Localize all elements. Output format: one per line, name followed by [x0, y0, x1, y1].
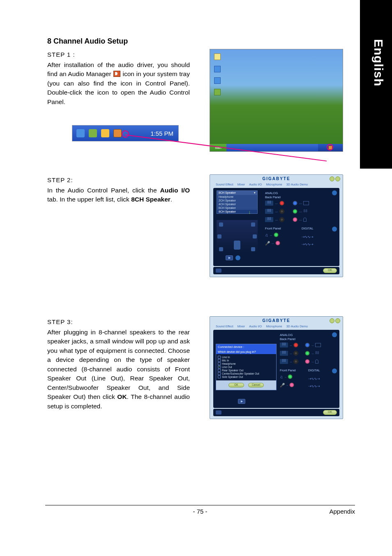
digital-in-row: ⇢∿∿⇢ — [302, 242, 337, 246]
callout-origin-circle — [122, 130, 129, 138]
dialog-question: Which device did you plug in? — [216, 350, 276, 354]
front-panel-row-2: 🎤-- — [280, 382, 296, 388]
option-mic-in: Mic In — [218, 359, 274, 362]
dropdown-opt-8ch: 8CH Speaker — [217, 210, 257, 213]
back-panel-row-3: 88--- --- — [280, 359, 337, 364]
digital-label: DIGITAL — [308, 368, 320, 373]
speaker-side-left-icon — [217, 234, 221, 239]
desktop-icon-mycomputer — [214, 53, 221, 60]
level-indicator: 88 — [265, 217, 273, 222]
level-indicator: 88 — [280, 343, 288, 348]
dialog-ok-button: OK — [228, 383, 244, 387]
jack-red-icon — [279, 201, 284, 206]
spdif-out-icon: ⇢∿∿⇢ — [308, 377, 320, 381]
digital-out-row: ⇢∿∿⇢ — [302, 235, 337, 239]
step3-body: After plugging in 8-channel speakers to … — [47, 328, 190, 411]
front-panel-label: Front Panel — [265, 227, 281, 230]
page-content: 8 Channel Audio Setup STEP 1 : After ins… — [47, 37, 343, 419]
digital-section: DIGITAL ⇢∿∿⇢ ⇢∿∿⇢ — [308, 368, 337, 390]
audio-panel-body: Connected device : Which device did you … — [213, 330, 339, 408]
back-panel-label: Back Panel — [265, 195, 337, 199]
audio-panel-tabs: Sound Effect Mixer Audio I/O Microphone … — [210, 182, 343, 188]
jack-black-icon — [279, 209, 284, 214]
speaker-rear-right-icon — [251, 247, 255, 251]
tab-3d-audio: 3D Audio Demo — [286, 324, 308, 328]
tray-antivirus-icon — [89, 129, 97, 137]
jack-grey-icon — [293, 359, 298, 364]
front-panel-row-1: ♫--- — [265, 232, 281, 238]
step1-row: STEP 1 : After installation of the audio… — [47, 49, 343, 152]
tab-audio-io: Audio I/O — [249, 183, 262, 186]
preview-controls — [226, 255, 240, 260]
close-icon — [335, 318, 340, 323]
step2-body: In the Audio Control Panel, click the Au… — [47, 186, 190, 204]
back-panel-row-2: 88---- ----88 — [265, 208, 337, 214]
option-label: Line Out — [222, 366, 232, 368]
play-button-icon — [238, 399, 245, 404]
jack-blue-icon — [293, 201, 297, 206]
speaker-config-dropdown: 8CH Speaker ▾ Headphone 2CH Speaker 4CH … — [217, 190, 258, 214]
jack-pink-icon — [293, 217, 297, 222]
audio-panel-body: 8CH Speaker ▾ Headphone 2CH Speaker 4CH … — [213, 188, 339, 266]
back-panel-row-2: 88--- ---88 — [280, 350, 337, 356]
level-indicator: 88 — [265, 201, 273, 206]
step2-t3: . — [171, 196, 172, 203]
callout-target-circle — [327, 144, 333, 151]
analog-label: ANALOG — [280, 333, 293, 337]
option-label: Center/Subwoofer Speaker Out — [222, 372, 259, 375]
step2-row: STEP 2: In the Audio Control Panel, clic… — [47, 174, 343, 277]
audio-panel-bottom-bar: OK — [213, 267, 339, 274]
minimize-icon — [330, 176, 334, 181]
tray-audio-manager-icon — [113, 129, 122, 137]
page-footer: - 75 - Appendix — [45, 505, 355, 515]
tab-mixer: Mixer — [238, 183, 245, 186]
tray-clock: 1:55 PM — [150, 130, 173, 137]
speaker-layout-diagram — [217, 220, 258, 253]
front-panel-section: Front Panel ♫--- 🎤--- — [265, 227, 281, 248]
tray-network-icon — [76, 129, 85, 137]
play-button-icon — [226, 255, 233, 260]
step3-row: STEP 3: After plugging in 8-channel spea… — [47, 316, 343, 419]
callout-arrow-icon: ↓ — [248, 209, 251, 215]
back-panel-row-1: 88---- ---- — [265, 200, 337, 206]
tray-display-icon — [101, 129, 109, 137]
digital-out-row: ⇢∿∿⇢ — [308, 377, 337, 381]
analog-settings-icon — [332, 332, 337, 337]
speaker-shape-icon: 88 — [315, 351, 321, 355]
page-title: 8 Channel Audio Setup — [47, 37, 343, 46]
dropdown-selected-text: 8CH Speaker — [219, 191, 236, 195]
jack-grey-icon — [279, 217, 284, 222]
section-name: Appendix — [329, 508, 355, 515]
front-panel-label: Front Panel — [280, 368, 296, 372]
speaker-rear-left-icon — [219, 247, 223, 251]
close-icon — [335, 176, 340, 181]
language-label: English — [371, 39, 385, 86]
fp-jack-green-icon — [274, 232, 279, 237]
taskbar: start — [210, 144, 343, 151]
fp-jack-green-icon — [288, 374, 293, 379]
desktop-icon-network — [214, 77, 221, 84]
tab-sound-effect: Sound Effect — [216, 183, 233, 186]
dialog-cancel-button: Cancel — [248, 383, 264, 387]
checkbox-icon — [218, 375, 221, 378]
jack-green-icon — [305, 351, 310, 356]
option-label: Mic In — [222, 359, 229, 362]
audio-panel-screenshot-step2: GIGABYTE Sound Effect Mixer Audio I/O Mi… — [210, 174, 343, 277]
step2-label: STEP 2: — [47, 176, 190, 183]
mic-shape-icon — [315, 359, 318, 364]
audio-panel-tabs: Sound Effect Mixer Audio I/O Microphone … — [210, 324, 343, 330]
option-side-speaker: Side Speaker Out — [218, 375, 274, 378]
minimize-icon — [330, 318, 334, 323]
line-in-shape-icon — [303, 201, 309, 205]
tab-sound-effect: Sound Effect — [216, 324, 233, 328]
dialog-title: Connected device : — [216, 344, 276, 350]
step2-text-column: STEP 2: In the Audio Control Panel, clic… — [47, 174, 190, 204]
chevron-down-icon: ▾ — [254, 191, 256, 195]
option-rear-speaker: Rear Speaker Out — [218, 369, 274, 372]
jack-green-icon — [293, 209, 297, 214]
jack-blue-icon — [305, 343, 310, 348]
mic-icon: 🎤 — [280, 383, 285, 387]
option-center-sub: Center/Subwoofer Speaker Out — [218, 372, 274, 375]
option-label: Headphone — [222, 362, 236, 365]
step3-label: STEP 3: — [47, 318, 190, 325]
